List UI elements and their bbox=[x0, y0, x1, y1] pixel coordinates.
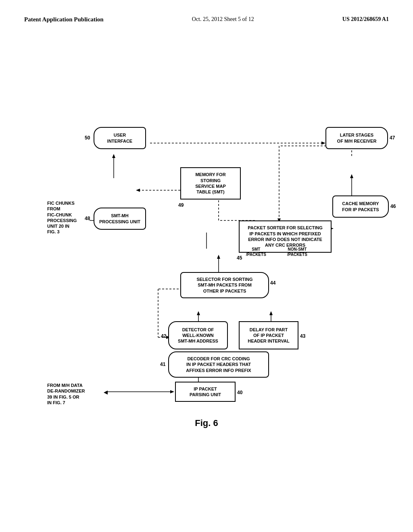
page: Patent Application Publication Oct. 25, … bbox=[0, 0, 413, 532]
memory-storing-box: MEMORY FORSTORINGSERVICE MAPTABLE (SMT) bbox=[180, 167, 241, 200]
svg-marker-7 bbox=[217, 255, 220, 259]
svg-marker-35 bbox=[104, 391, 108, 395]
patent-number: US 2012/268659 A1 bbox=[342, 16, 389, 23]
ref-40: 40 bbox=[237, 390, 242, 395]
smt-packets-label: SMT/PACKETS bbox=[246, 247, 266, 257]
sheet-info: Oct. 25, 2012 Sheet 5 of 12 bbox=[192, 16, 254, 23]
ref-43: 43 bbox=[300, 333, 305, 339]
selector-box: SELECTOR FOR SORTINGSMT-MH PACKETS FROMO… bbox=[180, 272, 269, 298]
svg-marker-3 bbox=[197, 311, 200, 315]
cache-memory-box: CACHE MEMORYFOR IP PACKETS bbox=[332, 195, 389, 218]
decoder-box: DECODER FOR CRC CODINGIN IP PACKET HEADE… bbox=[168, 351, 269, 378]
from-mh-arrow-indicator bbox=[104, 391, 112, 395]
detector-box: DETECTOR OFWELL-KNOWNSMT-MH ADDRESS bbox=[168, 321, 228, 349]
ref-41: 41 bbox=[160, 362, 165, 367]
publication-label: Patent Application Publication bbox=[24, 16, 104, 23]
fic-chunks-label: FIC CHUNKSFROMFIC-CHUNKPROCESSINGUNIT 20… bbox=[47, 200, 96, 235]
svg-marker-5 bbox=[269, 311, 273, 315]
non-smt-packets-label: NON-SMT/PACKETS bbox=[287, 247, 307, 257]
ref-46: 46 bbox=[390, 204, 396, 209]
delay-box: DELAY FOR PARTOF IP PACKETHEADER INTERVA… bbox=[239, 321, 298, 349]
svg-marker-26 bbox=[170, 390, 174, 393]
later-stages-box: LATER STAGESOF M/H RECEIVER bbox=[325, 127, 388, 149]
user-interface-box: USERINTERFACE bbox=[94, 127, 146, 149]
ref-42: 42 bbox=[161, 333, 166, 339]
ref-50: 50 bbox=[85, 135, 90, 141]
page-header: Patent Application Publication Oct. 25, … bbox=[0, 0, 413, 23]
svg-marker-14 bbox=[136, 189, 140, 192]
figure-caption: Fig. 6 bbox=[0, 418, 413, 428]
svg-marker-22 bbox=[112, 154, 115, 158]
ref-47: 47 bbox=[390, 135, 395, 141]
ref-49: 49 bbox=[178, 202, 184, 208]
svg-marker-16 bbox=[350, 174, 353, 178]
smt-mh-processing-box: SMT-MHPROCESSING UNIT bbox=[94, 208, 146, 230]
ip-parsing-box: IP PACKETPARSING UNIT bbox=[175, 382, 236, 402]
from-mh-label: FROM M/H DATADE-RANDOMIZER39 IN FIG. 5 O… bbox=[47, 382, 112, 405]
ref-45: 45 bbox=[237, 255, 242, 261]
diagram: USERINTERFACE 50 LATER STAGESOF M/H RECE… bbox=[25, 47, 388, 410]
ref-44: 44 bbox=[270, 280, 275, 286]
svg-marker-34 bbox=[321, 141, 325, 145]
